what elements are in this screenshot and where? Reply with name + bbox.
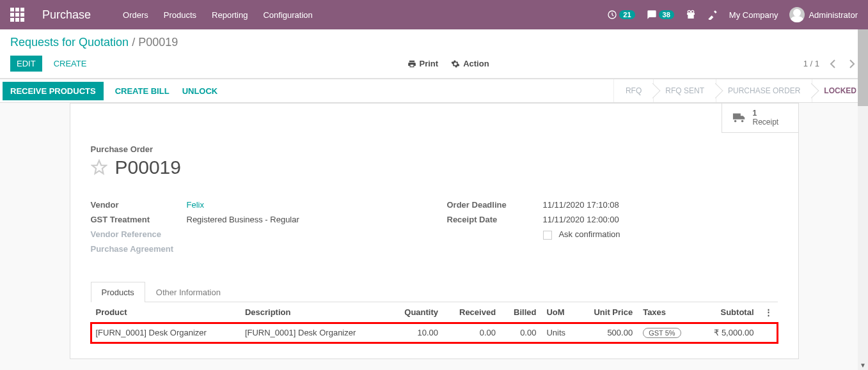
scroll-thumb[interactable] [858,29,868,106]
th-subtotal[interactable]: Subtotal [697,302,759,323]
th-taxes[interactable]: Taxes [638,302,697,323]
edit-button[interactable]: EDIT [10,56,42,72]
cell-taxes: GST 5% [638,323,697,343]
menu-orders[interactable]: Orders [123,10,148,20]
truck-icon [732,111,746,125]
action-button[interactable]: Action [451,59,489,68]
chevron-right-icon [849,59,855,68]
star-icon [91,159,107,176]
label-vendor-ref: Vendor Reference [91,229,187,239]
user-menu[interactable]: Administrator [789,7,858,22]
tab-other-info[interactable]: Other Information [145,282,232,302]
th-quantity[interactable]: Quantity [389,302,443,323]
pager-prev[interactable] [827,57,839,71]
notebook-tabs: Products Other Information [91,282,778,302]
label-agreement: Purchase Agreement [91,244,187,254]
stat-receipt-label: Receipt [753,118,779,127]
title-label: Purchase Order [91,144,778,154]
label-ask-blank [447,229,543,240]
table-header-row: Product Description Quantity Received Bi… [91,302,778,323]
form-view-body: 1 Receipt Purchase Order P00019 Vendor F… [0,103,868,359]
create-button[interactable]: CREATE [47,56,93,72]
status-bar: RECEIVE PRODUCTS CREATE BILL UNLOCK RFQ … [0,79,868,103]
cell-product: [FURN_0001] Desk Organizer [91,323,240,343]
th-unit-price[interactable]: Unit Price [578,302,638,323]
company-switcher[interactable]: My Company [729,10,778,20]
menu-products[interactable]: Products [164,10,196,20]
svg-point-5 [691,10,694,13]
breadcrumb: Requests for Quotation / P00019 [10,36,858,49]
cell-received: 0.00 [443,323,501,343]
gift-icon[interactable] [686,10,696,20]
vertical-scrollbar[interactable]: ▲ ▼ [858,29,868,370]
scroll-down-icon[interactable]: ▼ [858,360,868,370]
tax-pill: GST 5% [643,328,681,338]
status-steps: RFQ RFQ SENT PURCHASE ORDER LOCKED [613,79,868,102]
value-ask-confirmation: Ask confirmation [543,229,620,240]
print-icon [407,59,416,68]
label-receipt-date: Receipt Date [447,215,543,224]
form-sheet: 1 Receipt Purchase Order P00019 Vendor F… [70,103,799,359]
cell-billed: 0.00 [501,323,541,343]
tab-products[interactable]: Products [91,282,145,302]
svg-point-4 [688,10,690,13]
pager-next[interactable] [846,57,858,71]
pager-text: 1 / 1 [803,59,819,68]
menu-configuration[interactable]: Configuration [263,10,312,20]
discuss-icon[interactable]: 38 [647,10,674,20]
menu-reporting[interactable]: Reporting [212,10,248,20]
label-deadline: Order Deadline [447,200,543,210]
breadcrumb-sep: / [132,36,135,49]
app-brand[interactable]: Purchase [42,8,91,22]
th-uom[interactable]: UoM [541,302,577,323]
label-vendor: Vendor [91,200,187,210]
cell-quantity: 10.00 [389,323,443,343]
discuss-badge: 38 [659,10,674,19]
main-menu: Orders Products Reporting Configuration [123,10,313,20]
value-gst: Registered Business - Regular [187,215,299,224]
chevron-left-icon [830,59,836,68]
stat-receipt-button[interactable]: 1 Receipt [722,104,798,133]
breadcrumb-current: P00019 [138,36,178,49]
svg-rect-3 [690,13,691,19]
cell-uom: Units [541,323,577,343]
value-deadline: 11/11/2020 17:10:08 [543,200,619,210]
activity-badge: 21 [619,10,635,19]
ask-confirmation-checkbox[interactable] [543,231,552,240]
receive-products-button[interactable]: RECEIVE PRODUCTS [3,82,104,100]
th-more[interactable]: ⋮ [759,302,778,323]
table-row[interactable]: [FURN_0001] Desk Organizer [FURN_0001] D… [91,323,778,343]
breadcrumb-parent[interactable]: Requests for Quotation [10,36,129,49]
control-panel: Requests for Quotation / P00019 EDIT CRE… [0,29,868,79]
cell-subtotal: ₹ 5,000.00 [697,323,759,343]
avatar-icon [789,7,805,22]
apps-icon[interactable] [10,8,24,22]
unlock-button[interactable]: UNLOCK [176,83,225,99]
status-step-purchase-order[interactable]: PURCHASE ORDER [716,79,812,102]
stat-receipt-count: 1 [753,109,779,118]
record-title: P00019 [115,157,181,178]
gear-icon [451,59,460,68]
value-vendor[interactable]: Felix [187,200,204,210]
navbar-right: 21 38 My Company Administrator [607,7,858,22]
order-lines-table: Product Description Quantity Received Bi… [91,302,778,343]
th-product[interactable]: Product [91,302,240,323]
label-gst: GST Treatment [91,215,187,224]
wrench-icon[interactable] [707,10,718,20]
th-billed[interactable]: Billed [501,302,541,323]
value-receipt-date: 11/11/2020 12:00:00 [543,215,619,224]
status-step-rfq-sent[interactable]: RFQ SENT [653,79,716,102]
cell-description: [FURN_0001] Desk Organizer [240,323,389,343]
cell-unit-price: 500.00 [578,323,638,343]
print-button[interactable]: Print [407,59,439,68]
priority-star[interactable] [91,159,107,176]
activity-icon[interactable]: 21 [607,10,635,20]
cell-more [759,323,778,343]
create-bill-button[interactable]: CREATE BILL [109,83,176,99]
th-received[interactable]: Received [443,302,501,323]
th-description[interactable]: Description [240,302,389,323]
status-step-rfq[interactable]: RFQ [613,79,653,102]
top-navbar: Purchase Orders Products Reporting Confi… [0,0,868,29]
